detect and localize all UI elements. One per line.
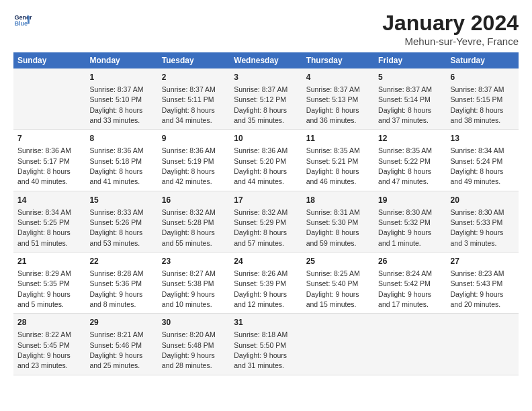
day-sunset: Sunset: 5:14 PM (378, 95, 431, 103)
day-daylight: Daylight: 8 hours and 42 minutes. (162, 167, 215, 185)
day-daylight: Daylight: 8 hours and 36 minutes. (306, 106, 359, 124)
day-daylight: Daylight: 9 hours and 23 minutes. (17, 351, 71, 369)
day-number: 31 (234, 317, 298, 328)
main-title: January 2024 (382, 11, 519, 36)
day-daylight: Daylight: 9 hours and 20 minutes. (451, 290, 504, 308)
day-sunrise: Sunrise: 8:32 AM (162, 208, 216, 216)
calendar-cell (447, 314, 519, 375)
day-sunset: Sunset: 5:28 PM (162, 218, 214, 226)
day-number: 20 (451, 195, 515, 206)
day-number: 9 (162, 133, 226, 144)
calendar-cell: 31Sunrise: 8:18 AMSunset: 5:50 PMDayligh… (230, 314, 302, 375)
day-number: 7 (17, 133, 81, 144)
day-sunset: Sunset: 5:50 PM (234, 341, 286, 349)
day-sunrise: Sunrise: 8:20 AM (162, 330, 216, 338)
day-sunrise: Sunrise: 8:35 AM (378, 146, 432, 154)
day-daylight: Daylight: 8 hours and 46 minutes. (306, 167, 359, 185)
week-row-5: 28Sunrise: 8:22 AMSunset: 5:45 PMDayligh… (13, 314, 519, 375)
day-number: 22 (89, 256, 153, 267)
day-sunrise: Sunrise: 8:23 AM (451, 269, 504, 277)
calendar-cell: 10Sunrise: 8:36 AMSunset: 5:20 PMDayligh… (230, 130, 302, 191)
day-sunset: Sunset: 5:36 PM (89, 279, 142, 287)
day-sunset: Sunset: 5:38 PM (162, 279, 214, 287)
day-daylight: Daylight: 8 hours and 53 minutes. (89, 228, 142, 246)
calendar-cell: 18Sunrise: 8:31 AMSunset: 5:30 PMDayligh… (302, 191, 374, 252)
day-daylight: Daylight: 8 hours and 37 minutes. (378, 106, 431, 124)
day-daylight: Daylight: 8 hours and 35 minutes. (234, 106, 287, 124)
calendar-cell: 7Sunrise: 8:36 AMSunset: 5:17 PMDaylight… (13, 130, 85, 191)
page: General Blue January 2024 Mehun-sur-Yevr… (0, 0, 532, 411)
calendar-cell: 12Sunrise: 8:35 AMSunset: 5:22 PMDayligh… (374, 130, 446, 191)
day-number: 10 (234, 133, 298, 144)
calendar-cell: 15Sunrise: 8:33 AMSunset: 5:26 PMDayligh… (85, 191, 157, 252)
day-sunrise: Sunrise: 8:30 AM (378, 208, 432, 216)
day-sunrise: Sunrise: 8:22 AM (17, 330, 71, 338)
day-number: 19 (378, 195, 442, 206)
logo-icon: General Blue (13, 11, 32, 30)
logo: General Blue (13, 11, 32, 30)
day-sunset: Sunset: 5:29 PM (234, 218, 286, 226)
day-sunset: Sunset: 5:45 PM (17, 341, 70, 349)
col-saturday: Saturday (447, 52, 519, 68)
day-number: 5 (378, 72, 442, 83)
day-daylight: Daylight: 9 hours and 3 minutes. (451, 228, 504, 246)
day-sunrise: Sunrise: 8:21 AM (89, 330, 143, 338)
day-number: 3 (234, 72, 298, 83)
day-sunrise: Sunrise: 8:30 AM (451, 208, 504, 216)
calendar-cell: 29Sunrise: 8:21 AMSunset: 5:46 PMDayligh… (85, 314, 157, 375)
calendar-cell: 11Sunrise: 8:35 AMSunset: 5:21 PMDayligh… (302, 130, 374, 191)
calendar-cell: 1Sunrise: 8:37 AMSunset: 5:10 PMDaylight… (85, 68, 157, 130)
day-number: 1 (89, 72, 153, 83)
calendar-cell: 25Sunrise: 8:25 AMSunset: 5:40 PMDayligh… (302, 253, 374, 314)
day-sunrise: Sunrise: 8:18 AM (234, 330, 287, 338)
day-sunrise: Sunrise: 8:35 AM (306, 146, 360, 154)
day-sunrise: Sunrise: 8:24 AM (378, 269, 432, 277)
day-daylight: Daylight: 8 hours and 59 minutes. (306, 228, 359, 246)
day-daylight: Daylight: 9 hours and 1 minute. (378, 228, 431, 246)
day-sunrise: Sunrise: 8:37 AM (378, 85, 432, 93)
day-sunset: Sunset: 5:26 PM (89, 218, 142, 226)
calendar-cell: 13Sunrise: 8:34 AMSunset: 5:24 PMDayligh… (447, 130, 519, 191)
day-daylight: Daylight: 8 hours and 57 minutes. (234, 228, 287, 246)
day-number: 24 (234, 256, 298, 267)
svg-text:General: General (14, 14, 32, 21)
day-sunset: Sunset: 5:11 PM (162, 95, 214, 103)
day-number: 15 (89, 195, 153, 206)
day-sunset: Sunset: 5:32 PM (378, 218, 431, 226)
day-number: 8 (89, 133, 153, 144)
day-number: 16 (162, 195, 226, 206)
week-row-4: 21Sunrise: 8:29 AMSunset: 5:35 PMDayligh… (13, 253, 519, 314)
calendar-cell: 8Sunrise: 8:36 AMSunset: 5:18 PMDaylight… (85, 130, 157, 191)
calendar-cell: 5Sunrise: 8:37 AMSunset: 5:14 PMDaylight… (374, 68, 446, 130)
day-sunset: Sunset: 5:48 PM (162, 341, 214, 349)
calendar-table: Sunday Monday Tuesday Wednesday Thursday… (13, 52, 519, 375)
calendar-cell (374, 314, 446, 375)
day-sunrise: Sunrise: 8:33 AM (89, 208, 143, 216)
day-sunset: Sunset: 5:33 PM (451, 218, 503, 226)
day-sunrise: Sunrise: 8:29 AM (17, 269, 71, 277)
calendar-cell: 2Sunrise: 8:37 AMSunset: 5:11 PMDaylight… (158, 68, 230, 130)
day-sunrise: Sunrise: 8:36 AM (162, 146, 216, 154)
day-sunset: Sunset: 5:15 PM (451, 95, 503, 103)
week-row-1: 1Sunrise: 8:37 AMSunset: 5:10 PMDaylight… (13, 68, 519, 130)
day-sunset: Sunset: 5:22 PM (378, 157, 431, 165)
header: General Blue January 2024 Mehun-sur-Yevr… (13, 11, 519, 47)
calendar-cell: 14Sunrise: 8:34 AMSunset: 5:25 PMDayligh… (13, 191, 85, 252)
col-thursday: Thursday (302, 52, 374, 68)
day-daylight: Daylight: 8 hours and 55 minutes. (162, 228, 215, 246)
day-sunrise: Sunrise: 8:34 AM (17, 208, 71, 216)
day-daylight: Daylight: 8 hours and 44 minutes. (234, 167, 287, 185)
day-sunrise: Sunrise: 8:37 AM (89, 85, 143, 93)
calendar-cell: 28Sunrise: 8:22 AMSunset: 5:45 PMDayligh… (13, 314, 85, 375)
calendar-cell (13, 68, 85, 130)
day-number: 30 (162, 317, 226, 328)
calendar-cell: 27Sunrise: 8:23 AMSunset: 5:43 PMDayligh… (447, 253, 519, 314)
day-daylight: Daylight: 9 hours and 12 minutes. (234, 290, 287, 308)
day-sunset: Sunset: 5:17 PM (17, 157, 70, 165)
col-wednesday: Wednesday (230, 52, 302, 68)
day-daylight: Daylight: 9 hours and 5 minutes. (17, 290, 71, 308)
calendar-cell: 24Sunrise: 8:26 AMSunset: 5:39 PMDayligh… (230, 253, 302, 314)
calendar-cell: 20Sunrise: 8:30 AMSunset: 5:33 PMDayligh… (447, 191, 519, 252)
day-daylight: Daylight: 8 hours and 41 minutes. (89, 167, 142, 185)
day-sunrise: Sunrise: 8:37 AM (162, 85, 216, 93)
